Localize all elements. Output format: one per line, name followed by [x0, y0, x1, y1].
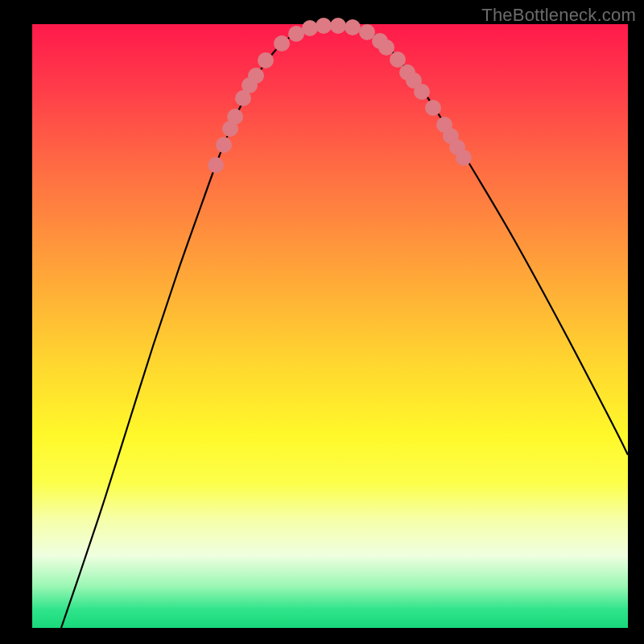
data-dot	[390, 52, 406, 68]
curve-svg	[32, 24, 628, 628]
data-dot	[414, 84, 430, 100]
bottleneck-curve	[61, 25, 628, 628]
plot-area	[32, 24, 628, 628]
data-dot	[378, 39, 394, 56]
data-dot	[274, 35, 290, 52]
watermark-text: TheBottleneck.com	[481, 5, 636, 26]
data-dot	[208, 157, 224, 173]
data-dot	[248, 68, 264, 84]
chart-frame: TheBottleneck.com	[0, 0, 644, 644]
data-dot	[216, 137, 232, 153]
data-dot	[345, 19, 361, 35]
data-dots	[208, 18, 472, 173]
data-dot	[258, 52, 274, 68]
data-dot	[316, 18, 332, 34]
data-dot	[425, 100, 441, 116]
data-dot	[302, 20, 318, 36]
data-dot	[227, 109, 243, 125]
curve-line	[61, 25, 628, 628]
data-dot	[330, 18, 346, 34]
data-dot	[456, 150, 472, 166]
